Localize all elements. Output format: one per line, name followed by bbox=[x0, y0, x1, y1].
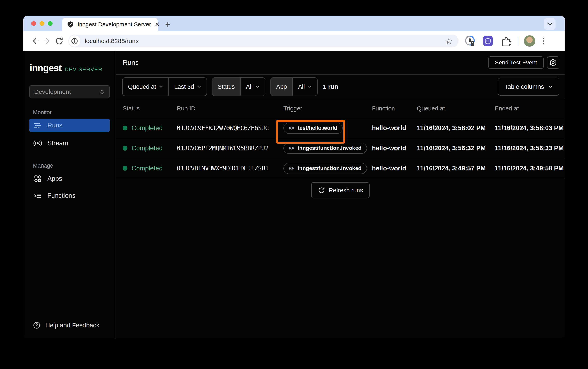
run-id[interactable]: 01JCVC9EFKJ2W70WQHC6ZH6SJC bbox=[177, 124, 283, 132]
inngest-app: inngest DEV SERVER Development Monitor bbox=[23, 51, 565, 338]
url-text[interactable]: localhost:8288/runs bbox=[85, 38, 445, 45]
column-header-queued-at: Queued at bbox=[417, 105, 495, 112]
time-filter-group: Queued at Last 3d bbox=[122, 77, 207, 96]
status-cell: Completed bbox=[123, 164, 177, 172]
sidebar-item-label: Runs bbox=[48, 122, 62, 129]
purple-extension-icon[interactable] bbox=[482, 35, 494, 47]
trigger-badge[interactable]: inngest/function.invoked bbox=[283, 163, 367, 174]
table-row[interactable]: Completed 01JCVC9EFKJ2W70WQHC6ZH6SJC bbox=[116, 118, 565, 138]
help-and-feedback-label: Help and Feedback bbox=[45, 322, 99, 329]
sidebar: inngest DEV SERVER Development Monitor bbox=[23, 51, 116, 338]
settings-button[interactable] bbox=[547, 56, 559, 69]
time-field-label: Queued at bbox=[128, 83, 156, 90]
profile-avatar[interactable] bbox=[524, 35, 535, 47]
reload-icon bbox=[55, 37, 64, 46]
refresh-area: Refresh runs bbox=[116, 178, 565, 203]
trigger-label: test/hello.world bbox=[298, 125, 337, 131]
maximize-window-button[interactable] bbox=[48, 21, 53, 26]
close-window-button[interactable] bbox=[31, 21, 36, 26]
table-row[interactable]: Completed 01JCVBTMV3WXY9D3CFDEJFZSB1 inn… bbox=[116, 158, 565, 178]
trigger-badge[interactable]: test/hello.world bbox=[283, 123, 343, 134]
status-dot-completed bbox=[123, 126, 127, 130]
help-and-feedback-link[interactable]: Help and Feedback bbox=[29, 319, 110, 331]
section-label-manage: Manage bbox=[29, 163, 110, 169]
column-header-ended-at: Ended at bbox=[495, 105, 565, 112]
minimize-window-button[interactable] bbox=[40, 21, 44, 26]
time-range-dropdown[interactable]: Last 3d bbox=[169, 78, 206, 96]
trigger-badge[interactable]: inngest/function.invoked bbox=[283, 143, 367, 154]
table-row[interactable]: Completed 01JCVC6PF2MQNMTWE95BBRZPJ2 inn… bbox=[116, 138, 565, 158]
new-tab-button[interactable]: + bbox=[162, 18, 174, 30]
column-header-function: Function bbox=[372, 105, 417, 112]
sidebar-item-runs[interactable]: Runs bbox=[29, 119, 110, 132]
reload-button[interactable] bbox=[53, 35, 65, 47]
help-icon bbox=[33, 321, 40, 329]
send-test-event-button[interactable]: Send Test Event bbox=[488, 56, 544, 69]
status-filter-value: All bbox=[246, 83, 253, 90]
status-label: Completed bbox=[131, 164, 163, 172]
time-range-value: Last 3d bbox=[174, 83, 194, 90]
logo-row: inngest DEV SERVER bbox=[29, 62, 110, 74]
time-field-dropdown[interactable]: Queued at bbox=[123, 78, 169, 96]
ended-at-value: 11/16/2024, 3:58:03 PM bbox=[495, 124, 565, 132]
tab-close-icon[interactable]: ✕ bbox=[155, 21, 160, 28]
runs-icon bbox=[33, 122, 42, 129]
tab-search-button[interactable] bbox=[544, 18, 556, 30]
event-trigger-icon bbox=[289, 166, 295, 171]
bookmark-star-icon[interactable]: ☆ bbox=[445, 36, 453, 46]
function-name[interactable]: hello-world bbox=[372, 164, 417, 172]
app-filter-dropdown[interactable]: All bbox=[292, 78, 317, 96]
column-header-trigger: Trigger bbox=[283, 105, 372, 112]
ended-at-value: 11/16/2024, 3:49:58 PM bbox=[495, 164, 565, 172]
status-filter-group: Status All bbox=[212, 77, 265, 96]
sidebar-item-stream[interactable]: Stream bbox=[29, 137, 110, 150]
status-cell: Completed bbox=[123, 144, 177, 152]
trigger-cell: test/hello.world bbox=[283, 123, 372, 134]
sidebar-item-apps[interactable]: Apps bbox=[29, 172, 110, 185]
run-id[interactable]: 01JCVBTMV3WXY9D3CFDEJFZSB1 bbox=[177, 164, 283, 172]
tab-strip: Inngest Development Server ✕ + bbox=[23, 16, 565, 31]
back-arrow-icon bbox=[31, 37, 40, 45]
password-manager-extension-icon[interactable] bbox=[464, 35, 476, 47]
queued-at-value: 11/16/2024, 3:56:32 PM bbox=[417, 144, 495, 152]
forward-arrow-icon bbox=[43, 37, 52, 45]
favicon-inngest-icon bbox=[67, 21, 74, 28]
app-filter-label: App bbox=[271, 78, 292, 96]
extensions-puzzle-icon[interactable] bbox=[499, 35, 512, 47]
table-columns-button[interactable]: Table columns bbox=[498, 78, 559, 96]
forward-button[interactable] bbox=[41, 35, 53, 47]
function-name[interactable]: hello-world bbox=[372, 124, 417, 132]
status-filter-dropdown[interactable]: All bbox=[240, 78, 265, 96]
function-name[interactable]: hello-world bbox=[372, 144, 417, 152]
chevron-down-icon bbox=[255, 85, 259, 88]
queued-at-value: 11/16/2024, 3:49:57 PM bbox=[417, 164, 495, 172]
functions-icon bbox=[33, 192, 42, 199]
ended-at-value: 11/16/2024, 3:56:33 PM bbox=[495, 144, 565, 152]
chevron-down-icon bbox=[547, 22, 553, 26]
back-button[interactable] bbox=[29, 35, 41, 47]
app-filter-group: App All bbox=[270, 77, 318, 96]
dev-server-badge: DEV SERVER bbox=[65, 66, 102, 73]
refresh-runs-button[interactable]: Refresh runs bbox=[311, 182, 370, 198]
chevron-down-icon bbox=[197, 85, 201, 88]
status-filter-label: Status bbox=[212, 78, 240, 96]
browser-menu-button[interactable] bbox=[542, 37, 545, 46]
browser-tab[interactable]: Inngest Development Server ✕ bbox=[62, 18, 158, 31]
info-icon bbox=[71, 38, 78, 45]
column-header-run-id: Run ID bbox=[177, 105, 283, 112]
address-bar[interactable]: localhost:8288/runs ☆ bbox=[68, 35, 458, 48]
site-info-button[interactable] bbox=[69, 35, 80, 47]
status-dot-completed bbox=[123, 146, 127, 151]
event-trigger-icon bbox=[289, 125, 295, 131]
run-id[interactable]: 01JCVC6PF2MQNMTWE95BBRZPJ2 bbox=[177, 144, 283, 152]
sidebar-item-functions[interactable]: Functions bbox=[29, 189, 110, 202]
status-label: Completed bbox=[131, 124, 163, 132]
status-dot-completed bbox=[123, 166, 127, 171]
table-header: Status Run ID Trigger Function Queued at… bbox=[116, 99, 565, 118]
trigger-cell: inngest/function.invoked bbox=[283, 163, 372, 174]
select-chevrons-icon bbox=[100, 89, 105, 95]
sidebar-item-label: Functions bbox=[48, 192, 75, 199]
chevron-down-icon bbox=[308, 85, 312, 88]
trigger-cell: inngest/function.invoked bbox=[283, 143, 372, 154]
environment-select[interactable]: Development bbox=[29, 85, 110, 98]
